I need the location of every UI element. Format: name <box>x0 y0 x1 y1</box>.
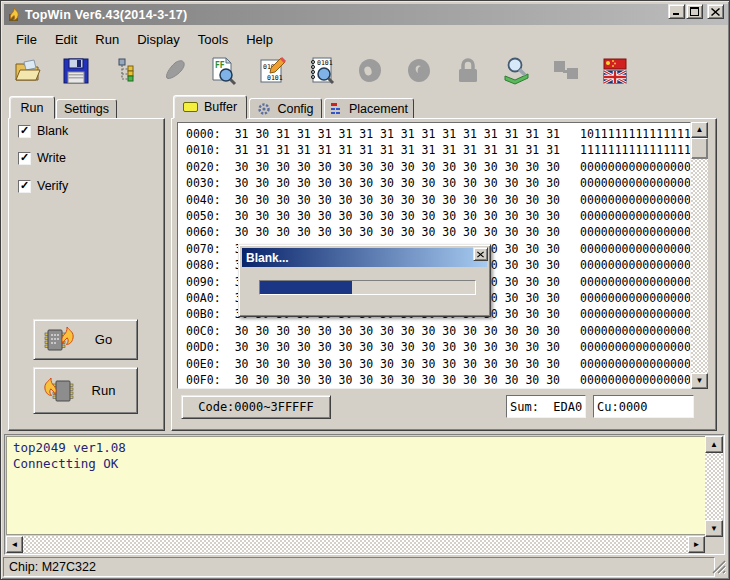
hex-row: 0030: 30 30 30 30 30 30 30 30 30 30 30 3… <box>178 175 690 191</box>
hex-row: 0010: 31 31 31 31 31 31 31 31 31 31 31 3… <box>178 142 690 158</box>
verify-checkbox-box[interactable] <box>18 180 31 193</box>
menu-item[interactable]: File <box>7 30 46 49</box>
scroll-down-icon[interactable]: ▼ <box>691 373 708 389</box>
scroll-thumb[interactable] <box>691 138 708 159</box>
hex-ascii: 0000000000000000 <box>580 274 691 290</box>
blank-check-icon[interactable]: FF <box>205 53 241 89</box>
window-controls <box>668 4 724 19</box>
open-file-icon[interactable] <box>9 53 45 89</box>
edit-buffer-icon[interactable]: 0101 0101 <box>254 53 290 89</box>
run-button[interactable]: Run <box>33 367 138 414</box>
close-icon[interactable] <box>707 4 724 19</box>
tab-settings[interactable]: Settings <box>56 99 117 119</box>
maximize-icon[interactable] <box>686 4 703 19</box>
tab-config[interactable]: Config <box>249 98 322 119</box>
hex-row: 0040: 30 30 30 30 30 30 30 30 30 30 30 3… <box>178 192 690 208</box>
checkbox-blank[interactable]: Blank <box>18 124 68 138</box>
tab-buffer-label: Buffer <box>204 100 237 114</box>
write-checkbox-box[interactable] <box>18 152 31 165</box>
hex-bytes: 30 30 30 30 30 30 30 30 30 30 30 30 30 3… <box>235 372 560 388</box>
dialog-title-bar[interactable]: Blank... <box>242 248 487 267</box>
menu-item[interactable]: Display <box>128 30 189 49</box>
hex-ascii: 0000000000000000 <box>580 208 691 224</box>
hex-ascii: 0000000000000000 <box>580 323 691 339</box>
blank-checkbox-box[interactable] <box>18 125 31 138</box>
hex-ascii: 0000000000000000 <box>580 306 691 322</box>
tab-buffer[interactable]: Buffer <box>173 95 247 119</box>
hex-ascii: 0000000000000000 <box>580 356 691 372</box>
scroll-up-icon[interactable]: ▲ <box>705 436 723 453</box>
select-device-icon[interactable] <box>107 53 143 89</box>
svg-text:0101: 0101 <box>317 59 333 67</box>
hex-ascii: 0000000000000000 <box>580 192 691 208</box>
tab-run-label: Run <box>21 101 44 115</box>
code-range-button[interactable]: Code:0000~3FFFFF <box>181 395 331 419</box>
chip-flame-icon <box>42 377 76 405</box>
go-button[interactable]: Go <box>33 319 138 360</box>
go-button-label: Go <box>76 332 131 347</box>
hex-ascii: 1011111111111111 <box>580 126 691 142</box>
app-icon <box>7 8 21 22</box>
program-icon[interactable] <box>352 53 388 89</box>
hex-address: 0070: <box>186 241 221 257</box>
chip-status-text: Chip: M27C322 <box>9 560 96 574</box>
save-icon[interactable] <box>58 53 94 89</box>
language-icon[interactable] <box>597 53 633 89</box>
hex-address: 0090: <box>186 274 221 290</box>
hex-address: 0040: <box>186 192 221 208</box>
hex-row: 0000: 31 30 31 31 31 31 31 31 31 31 31 3… <box>178 126 690 142</box>
scroll-up-icon[interactable]: ▲ <box>691 122 708 138</box>
hex-ascii: 0000000000000000 <box>580 241 691 257</box>
verify-checkbox-label: Verify <box>37 179 68 193</box>
hex-row: 00E0: 30 30 30 30 30 30 30 30 30 30 30 3… <box>178 356 690 372</box>
hex-row: 00F0: 30 30 30 30 30 30 30 30 30 30 30 3… <box>178 372 690 388</box>
toolbar: FF 0101 0101 0101 <box>9 51 633 91</box>
hex-address: 00B0: <box>186 306 221 322</box>
log-hscrollbar[interactable]: ◄ ► <box>6 536 705 553</box>
menu-item[interactable]: Run <box>86 30 128 49</box>
hex-ascii: 0000000000000000 <box>580 159 691 175</box>
run-button-label: Run <box>76 383 131 398</box>
log-content[interactable]: top2049 ver1.08Connectting OK <box>6 436 705 535</box>
hex-bytes: 30 30 30 30 30 30 30 30 30 30 30 30 30 3… <box>235 356 560 372</box>
hex-address: 00C0: <box>186 323 221 339</box>
svg-text:FF: FF <box>215 61 225 70</box>
code-range-label: Code:0000~3FFFFF <box>198 400 314 414</box>
sum-value: Sum: EDA0 <box>510 400 582 414</box>
dialog-title: Blank... <box>246 251 289 265</box>
checkbox-verify[interactable]: Verify <box>18 179 68 193</box>
verify-icon[interactable] <box>401 53 437 89</box>
menu-item[interactable]: Edit <box>46 30 86 49</box>
title-bar[interactable]: TopWin Ver6.43(2014-3-17) <box>4 4 728 25</box>
hex-address: 00A0: <box>186 290 221 306</box>
minimize-icon[interactable] <box>668 4 685 19</box>
hex-address: 0060: <box>186 224 221 240</box>
cu-value: Cu:0000 <box>597 400 648 414</box>
log-line: Connectting OK <box>13 456 699 472</box>
menu-item[interactable]: Tools <box>189 30 237 49</box>
scroll-right-icon[interactable]: ► <box>688 536 705 553</box>
tab-run[interactable]: Run <box>9 96 55 119</box>
hex-address: 0030: <box>186 175 221 191</box>
buffer-scrollbar[interactable]: ▲ ▼ <box>691 122 708 389</box>
hex-address: 0010: <box>186 142 221 158</box>
tab-placement[interactable]: Placement <box>324 98 414 119</box>
hex-ascii: 0000000000000000 <box>580 224 691 240</box>
lock-icon[interactable] <box>450 53 486 89</box>
menu-item[interactable]: Help <box>237 30 282 49</box>
compare-icon[interactable] <box>548 53 584 89</box>
hex-address: 00F0: <box>186 372 221 388</box>
dialog-close-icon[interactable] <box>473 247 488 261</box>
hex-row: 00C0: 30 30 30 30 30 30 30 30 30 30 30 3… <box>178 323 690 339</box>
erase-icon[interactable] <box>156 53 192 89</box>
log-vscrollbar[interactable]: ▲ ▼ <box>705 436 723 537</box>
scroll-left-icon[interactable]: ◄ <box>6 536 23 553</box>
hex-ascii: 0000000000000000 <box>580 175 691 191</box>
resize-grip-icon[interactable] <box>711 559 726 575</box>
checkbox-write[interactable]: Write <box>18 151 66 165</box>
read-chip-icon[interactable]: 0101 <box>303 53 339 89</box>
hex-bytes: 30 30 30 30 30 30 30 30 30 30 30 30 30 3… <box>235 159 560 175</box>
config-tab-icon <box>257 102 271 116</box>
test-icon[interactable] <box>499 53 535 89</box>
scroll-down-icon[interactable]: ▼ <box>705 520 723 537</box>
